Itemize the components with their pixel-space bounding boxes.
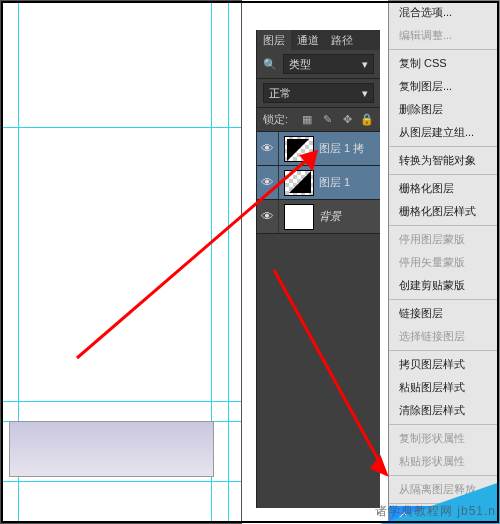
- panel-tabs: 图层 通道 路径: [257, 30, 380, 50]
- menu-rasterize-layer[interactable]: 栅格化图层: [389, 177, 499, 200]
- layer-name[interactable]: 背景: [319, 209, 380, 224]
- menu-separator: [389, 174, 499, 175]
- menu-select-linked: 选择链接图层: [389, 325, 499, 348]
- menu-separator: [389, 424, 499, 425]
- layer-name[interactable]: 图层 1: [319, 175, 380, 190]
- menu-blend-options[interactable]: 混合选项...: [389, 1, 499, 24]
- menu-group-from-layers[interactable]: 从图层建立组...: [389, 121, 499, 144]
- filter-kind-label: 类型: [289, 57, 311, 72]
- tab-paths[interactable]: 路径: [325, 30, 359, 50]
- layer-name[interactable]: 图层 1 拷: [319, 141, 380, 156]
- menu-duplicate-layer[interactable]: 复制图层...: [389, 75, 499, 98]
- layers-panel: 图层 通道 路径 🔍 类型 ▾ 正常 ▾ 锁定: ▦ ✎ ✥ 🔒 👁 图层 1 …: [256, 30, 380, 508]
- menu-copy-layer-style[interactable]: 拷贝图层样式: [389, 353, 499, 376]
- menu-disable-layer-mask: 停用图层蒙版: [389, 228, 499, 251]
- guide-horizontal[interactable]: [3, 127, 241, 128]
- document[interactable]: [3, 3, 241, 521]
- menu-delete-layer[interactable]: 删除图层: [389, 98, 499, 121]
- guide-horizontal[interactable]: [3, 401, 241, 402]
- lock-label: 锁定:: [263, 112, 288, 127]
- lock-transparency-icon[interactable]: ▦: [300, 113, 314, 127]
- guide-horizontal[interactable]: [3, 481, 241, 482]
- menu-paste-layer-style[interactable]: 粘贴图层样式: [389, 376, 499, 399]
- menu-link-layers[interactable]: 链接图层: [389, 302, 499, 325]
- context-menu: 混合选项... 编辑调整... 复制 CSS 复制图层... 删除图层 从图层建…: [388, 0, 500, 524]
- layer-row[interactable]: 👁 图层 1: [257, 166, 380, 200]
- menu-separator: [389, 49, 499, 50]
- menu-clear-layer-style[interactable]: 清除图层样式: [389, 399, 499, 422]
- menu-separator: [389, 475, 499, 476]
- menu-rasterize-style[interactable]: 栅格化图层样式: [389, 200, 499, 223]
- menu-copy-css[interactable]: 复制 CSS: [389, 52, 499, 75]
- menu-create-clipping-mask[interactable]: 创建剪贴蒙版: [389, 274, 499, 297]
- layer-thumbnail[interactable]: [284, 170, 314, 196]
- visibility-toggle[interactable]: 👁: [257, 132, 279, 165]
- menu-convert-smart-object[interactable]: 转换为智能对象: [389, 149, 499, 172]
- chevron-down-icon: ▾: [362, 87, 368, 100]
- search-icon[interactable]: 🔍: [263, 57, 277, 71]
- visibility-toggle[interactable]: 👁: [257, 166, 279, 199]
- menu-separator: [389, 299, 499, 300]
- lock-all-icon[interactable]: 🔒: [360, 113, 374, 127]
- blend-mode-dropdown[interactable]: 正常 ▾: [263, 83, 374, 103]
- canvas-shape[interactable]: [9, 421, 214, 477]
- menu-paste-shape-attr: 粘贴形状属性: [389, 450, 499, 473]
- layer-thumbnail[interactable]: [284, 136, 314, 162]
- layer-row[interactable]: 👁 图层 1 拷: [257, 132, 380, 166]
- blend-mode-value: 正常: [269, 86, 291, 101]
- chevron-down-icon: ▾: [362, 58, 368, 71]
- canvas-area[interactable]: [0, 0, 242, 524]
- menu-separator: [389, 225, 499, 226]
- lock-paint-icon[interactable]: ✎: [320, 113, 334, 127]
- visibility-toggle[interactable]: 👁: [257, 200, 279, 233]
- menu-separator: [389, 146, 499, 147]
- tab-layers[interactable]: 图层: [257, 30, 291, 50]
- menu-edit-adjust: 编辑调整...: [389, 24, 499, 47]
- filter-kind-dropdown[interactable]: 类型 ▾: [283, 54, 374, 74]
- menu-copy-shape-attr: 复制形状属性: [389, 427, 499, 450]
- lock-position-icon[interactable]: ✥: [340, 113, 354, 127]
- guide-vertical[interactable]: [228, 3, 229, 521]
- watermark-text: 诸学典教程网 jb51.n: [375, 503, 496, 520]
- menu-separator: [389, 350, 499, 351]
- layer-thumbnail[interactable]: [284, 204, 314, 230]
- layers-list: 👁 图层 1 拷 👁 图层 1 👁 背景: [257, 132, 380, 234]
- tab-channels[interactable]: 通道: [291, 30, 325, 50]
- menu-disable-vector-mask: 停用矢量蒙版: [389, 251, 499, 274]
- layer-row[interactable]: 👁 背景: [257, 200, 380, 234]
